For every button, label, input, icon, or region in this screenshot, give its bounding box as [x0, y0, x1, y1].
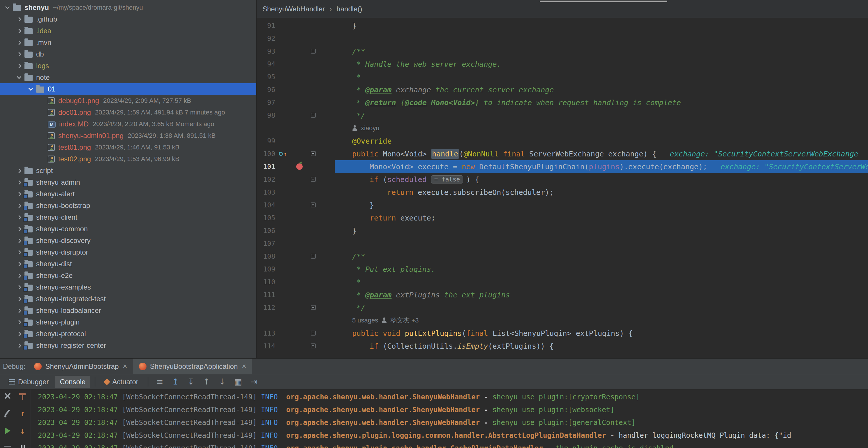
code-line-108[interactable]: 108/** — [257, 250, 868, 263]
code-line-113[interactable]: 113public void putExtPlugins(final List<… — [257, 327, 868, 340]
chevron-right-icon[interactable] — [13, 18, 25, 21]
code-line-109[interactable]: 109* Put ext plugins. — [257, 263, 868, 275]
chevron-right-icon[interactable] — [13, 321, 25, 324]
line-number[interactable]: 92 — [257, 35, 275, 42]
tree-item-shenyu-dist[interactable]: shenyu-dist — [0, 258, 256, 270]
tree-item-debug01.png[interactable]: debug01.png2023/4/29, 2:09 AM, 727.57 kB — [0, 95, 256, 107]
line-number[interactable]: 114 — [257, 342, 275, 350]
chevron-right-icon[interactable] — [13, 169, 25, 173]
scroll-to-top-icon[interactable]: ↥ — [168, 377, 182, 387]
chevron-right-icon[interactable] — [13, 286, 25, 289]
code-line-94[interactable]: 94* Handle the web server exchange. — [257, 58, 868, 70]
chevron-down-icon[interactable] — [2, 7, 13, 8]
line-number[interactable]: 111 — [257, 291, 275, 299]
tree-item-shenyu-client[interactable]: shenyu-client — [0, 211, 256, 223]
code-line-111[interactable]: 111* @param extPlugins the ext plugins — [257, 288, 868, 301]
chevron-right-icon[interactable] — [13, 181, 25, 184]
chevron-right-icon[interactable] — [13, 344, 25, 347]
move-down-the-stack-icon[interactable]: ↓ — [215, 377, 229, 387]
chevron-right-icon[interactable] — [13, 29, 25, 33]
fold-marker-icon[interactable] — [311, 254, 316, 259]
code-line-112[interactable]: 112*/ — [257, 301, 868, 314]
tree-item-test01.png[interactable]: test01.png2023/4/29, 1:46 AM, 91.53 kB — [0, 142, 256, 153]
code-line-97[interactable]: 97* @return {@code Mono<Void>} to indica… — [257, 96, 868, 109]
tree-item-shenyu-bootstrap[interactable]: shenyu-bootstrap — [0, 200, 256, 211]
tree-item-shenyu-common[interactable]: shenyu-common — [0, 223, 256, 235]
tree-item-shenyu-disruptor[interactable]: shenyu-disruptor — [0, 246, 256, 258]
step-down-icon[interactable]: ↓ — [18, 426, 27, 436]
chevron-right-icon[interactable] — [13, 204, 25, 207]
chevron-right-icon[interactable] — [13, 64, 25, 67]
menu-lines-icon[interactable] — [3, 444, 12, 448]
line-number[interactable]: 100 — [257, 150, 275, 157]
fold-marker-icon[interactable] — [311, 177, 316, 182]
chevron-right-icon[interactable] — [13, 251, 25, 254]
pencil-icon[interactable] — [3, 409, 12, 418]
chevron-right-icon[interactable] — [13, 192, 25, 196]
line-number[interactable]: 105 — [257, 214, 275, 222]
code-line-105[interactable]: 105return execute; — [257, 211, 868, 224]
resume-icon[interactable] — [3, 426, 12, 436]
chevron-right-icon[interactable] — [13, 332, 25, 335]
code-line-100[interactable]: 100↑public Mono<Void> handle(@NonNull fi… — [257, 147, 868, 160]
chevron-right-icon[interactable] — [13, 41, 25, 44]
console-output[interactable]: 2023-04-29 02:18:47 [WebSocketConnectRea… — [31, 389, 868, 448]
tree-item-shenyu-loadbalancer[interactable]: shenyu-loadbalancer — [0, 305, 256, 316]
soft-wrap-icon[interactable]: ⇥ — [247, 377, 261, 387]
code-inlay-hint[interactable]: 5 usages杨文杰 +3 — [257, 314, 868, 327]
breadcrumb-item-handle-[interactable]: handle() — [336, 5, 362, 13]
tools-icon[interactable] — [3, 391, 12, 400]
code-line-95[interactable]: 95* — [257, 70, 868, 83]
fold-marker-icon[interactable] — [311, 49, 316, 54]
tree-item-shenyu-plugin[interactable]: shenyu-plugin — [0, 316, 256, 328]
fold-marker-icon[interactable] — [311, 203, 316, 207]
step-up-icon[interactable]: ↑ — [18, 409, 27, 418]
breakpoint-icon[interactable] — [296, 163, 303, 170]
tree-item-shenyu-e2e[interactable]: shenyu-e2e — [0, 270, 256, 281]
breadcrumb-item-shenyuwebhandler[interactable]: ShenyuWebHandler — [262, 5, 325, 13]
line-number[interactable]: 104 — [257, 201, 275, 209]
tree-item-note[interactable]: note — [0, 72, 256, 83]
code-line-102[interactable]: 102if (scheduled = false) { — [257, 173, 868, 186]
chevron-right-icon[interactable] — [13, 216, 25, 219]
tree-item-shenyu-integrated-test[interactable]: shenyu-integrated-test — [0, 293, 256, 305]
tree-item-shenyu[interactable]: shenyu~/my/space/dromara-git/shenyu — [0, 2, 256, 13]
line-number[interactable]: 91 — [257, 22, 275, 29]
close-tab-icon[interactable]: × — [123, 362, 127, 371]
tree-item-shenyu-protocol[interactable]: shenyu-protocol — [0, 328, 256, 340]
line-number[interactable]: 109 — [257, 265, 275, 273]
line-number[interactable]: 106 — [257, 227, 275, 235]
scroll-to-bottom-icon[interactable]: ↧ — [184, 377, 198, 387]
tree-item-.github[interactable]: .github — [0, 13, 256, 25]
tree-item-test02.png[interactable]: test02.png2023/4/29, 1:53 AM, 96.99 kB — [0, 153, 256, 165]
tree-item-shenyu-register-center[interactable]: shenyu-register-center — [0, 340, 256, 351]
line-number[interactable]: 94 — [257, 60, 275, 68]
line-number[interactable]: 93 — [257, 48, 275, 55]
tab-console[interactable]: Console — [55, 376, 90, 388]
code-line-104[interactable]: 104} — [257, 199, 868, 211]
fold-marker-icon[interactable] — [311, 305, 316, 310]
tree-item-doc01.png[interactable]: doc01.png2023/4/29, 1:59 AM, 491.94 kB 7… — [0, 107, 256, 118]
tree-item-shenyu-admin01.png[interactable]: shenyu-admin01.png2023/4/29, 1:38 AM, 89… — [0, 130, 256, 142]
line-number[interactable]: 103 — [257, 188, 275, 196]
code-area[interactable]: 91}9293/**94* Handle the web server exch… — [257, 18, 868, 358]
editor-horizontal-scrollbar[interactable] — [540, 1, 667, 2]
tree-item-shenyu-alert[interactable]: shenyu-alert — [0, 188, 256, 200]
code-line-99[interactable]: 99@Override — [257, 135, 868, 147]
line-number[interactable]: 101 — [257, 163, 275, 171]
chevron-right-icon[interactable] — [13, 263, 25, 266]
code-line-106[interactable]: 106} — [257, 224, 868, 237]
code-line-103[interactable]: 103return execute.subscribeOn(scheduler)… — [257, 186, 868, 199]
code-line-107[interactable]: 107 — [257, 237, 868, 250]
line-number[interactable]: 108 — [257, 252, 275, 260]
chevron-down-icon[interactable] — [13, 77, 25, 78]
line-number[interactable]: 98 — [257, 112, 275, 119]
tab-actuator[interactable]: Actuator — [100, 376, 143, 388]
tab-debugger[interactable]: Debugger — [4, 376, 53, 388]
line-number[interactable]: 113 — [257, 329, 275, 337]
code-line-91[interactable]: 91} — [257, 19, 868, 32]
chevron-down-icon[interactable] — [25, 88, 36, 90]
tree-item-01[interactable]: 01 — [0, 83, 256, 95]
tree-item-.idea[interactable]: .idea — [0, 25, 256, 37]
session-tab-shenyuadminbootstrap[interactable]: ShenyuAdminBootstrap× — [28, 359, 133, 374]
